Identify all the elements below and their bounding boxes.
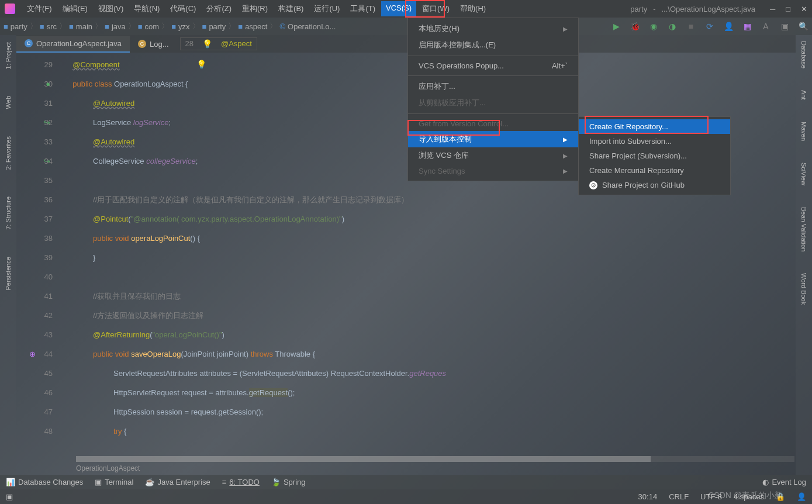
terminal-tab[interactable]: ▣ Terminal — [95, 478, 133, 486]
db-changes-tab[interactable]: 📊 Database Changes — [6, 478, 83, 486]
avatar-icon[interactable]: 👤 — [723, 21, 734, 32]
ant-tool[interactable]: Ant — [798, 87, 810, 103]
watermark: CSDN @毒瓜的小新 — [708, 491, 783, 501]
tool-windows-icon[interactable]: ▣ — [6, 492, 13, 501]
bottom-toolbar: 📊 Database Changes ▣ Terminal ☕ Java Ent… — [0, 475, 812, 489]
wordbook-tool[interactable]: Word Book — [798, 270, 810, 308]
aop-icon: ⊕ — [26, 344, 36, 354]
status-bar: ▣ 30:14 CRLF UTF-8 4 spaces 🔒 👤 — [0, 489, 812, 504]
gutter: 29 30● 31 32↪ 33 34↪ 353637383940414243 … — [16, 53, 57, 475]
menu-local-history[interactable]: 本地历史(H)▶ — [408, 20, 578, 37]
event-log[interactable]: ◐ Event Log — [762, 478, 806, 486]
menu-sync-settings: Sync Settings▶ — [408, 164, 578, 178]
import-svn[interactable]: Import into Subversion... — [579, 134, 730, 149]
window-title: party - ...\OperationLogAspect.java ─ □ … — [630, 5, 807, 13]
beanvalidation-tool[interactable]: Bean Validation — [798, 203, 810, 255]
editor: COperationLogAspect.java CLog... 28 💡 @A… — [16, 35, 796, 475]
share-github[interactable]: ⊙Share Project on GitHub — [579, 178, 730, 192]
debug-icon[interactable]: 🐞 — [630, 21, 640, 32]
code-hint: 28 💡 @Aspect — [180, 37, 257, 50]
ide-icon[interactable]: ▦ — [742, 21, 752, 32]
menu-navigate[interactable]: 导航(N) — [129, 1, 164, 16]
create-hg[interactable]: Create Mercurial Repository — [579, 163, 730, 178]
import-submenu: Create Git Repository... Import into Sub… — [578, 116, 731, 195]
menu-run[interactable]: 运行(U) — [309, 1, 344, 16]
run-icon[interactable]: ▶ — [611, 21, 621, 32]
menu-file[interactable]: 文件(F) — [22, 1, 57, 16]
menu-apply-patch[interactable]: 应用补丁... — [408, 78, 578, 95]
run-anything-icon[interactable]: ▣ — [779, 21, 790, 32]
favorites-tool[interactable]: 2: Favorites — [2, 132, 14, 174]
share-svn[interactable]: Share Project (Subversion)... — [579, 149, 730, 163]
project-tool[interactable]: 1: Project — [2, 37, 14, 74]
tab-operationlogaspect[interactable]: COperationLogAspect.java — [16, 36, 130, 53]
menu-edit[interactable]: 编辑(E) — [58, 1, 92, 16]
menu-vcs-popup[interactable]: VCS Operations Popup...Alt+` — [408, 58, 578, 73]
menu-build[interactable]: 构建(B) — [274, 1, 308, 16]
close-icon[interactable]: ✕ — [801, 5, 807, 13]
class-icon: ● — [41, 74, 50, 84]
bean-icon: ↪ — [41, 113, 50, 122]
search-icon[interactable]: 🔍 — [798, 21, 808, 32]
tab-log[interactable]: CLog... — [130, 36, 177, 52]
sciview-tool[interactable]: SciView — [798, 159, 810, 189]
github-icon: ⊙ — [589, 181, 597, 189]
vcs-dropdown: 本地历史(H)▶ 启用版本控制集成...(E) VCS Operations P… — [407, 18, 579, 181]
menu-window[interactable]: 窗口(W) — [417, 1, 454, 16]
menu-help[interactable]: 帮助(H) — [455, 1, 490, 16]
menu-apply-patch-clipboard: 从剪贴板应用补丁... — [408, 95, 578, 111]
menubar: 文件(F) 编辑(E) 视图(V) 导航(N) 代码(C) 分析(Z) 重构(R… — [22, 1, 490, 16]
menu-enable-vcs[interactable]: 启用版本控制集成...(E) — [408, 37, 578, 53]
web-tool[interactable]: Web — [2, 91, 14, 113]
menu-refactor[interactable]: 重构(R) — [237, 1, 272, 16]
editor-tabs: COperationLogAspect.java CLog... 28 💡 @A… — [16, 35, 796, 53]
update-icon[interactable]: ⟳ — [704, 21, 715, 32]
coverage-icon[interactable]: ◉ — [648, 21, 659, 32]
font-icon[interactable]: A — [761, 21, 771, 32]
app-logo-icon — [5, 4, 15, 14]
menu-analyze[interactable]: 分析(Z) — [202, 1, 236, 16]
create-git-repo[interactable]: Create Git Repository... — [579, 119, 730, 134]
persistence-tool[interactable]: Persistence — [2, 252, 14, 295]
menu-import-vc[interactable]: 导入到版本控制▶ — [408, 131, 578, 147]
database-tool[interactable]: Database — [798, 37, 810, 72]
menu-code[interactable]: 代码(C) — [165, 1, 201, 16]
menu-tools[interactable]: 工具(T) — [345, 1, 380, 16]
spring-tab[interactable]: 🍃 Spring — [271, 478, 306, 486]
maximize-icon[interactable]: □ — [786, 5, 790, 13]
maven-tool[interactable]: Maven — [798, 118, 810, 144]
editor-breadcrumb[interactable]: OperationLogAspect — [18, 463, 794, 476]
bean-icon: ↪ — [41, 151, 50, 161]
profile-icon[interactable]: ◑ — [667, 21, 678, 32]
todo-tab[interactable]: ≡ 6: TODO — [222, 478, 260, 486]
stop-icon[interactable]: ■ — [686, 21, 696, 32]
java-ee-tab[interactable]: ☕ Java Enterprise — [145, 478, 210, 486]
breadcrumb[interactable]: ■party〉 ■src〉 ■main〉 ■java〉 ■com〉 ■yzx〉 … — [4, 21, 336, 32]
right-toolbar: Database Ant Maven SciView Bean Validati… — [796, 35, 812, 475]
structure-tool[interactable]: 7: Structure — [2, 192, 14, 234]
cursor-position[interactable]: 30:14 — [638, 492, 658, 501]
line-separator[interactable]: CRLF — [669, 492, 689, 501]
titlebar: 文件(F) 编辑(E) 视图(V) 导航(N) 代码(C) 分析(Z) 重构(R… — [0, 0, 812, 18]
bulb-icon: 💡 — [202, 39, 212, 49]
navigation-bar: ■party〉 ■src〉 ■main〉 ■java〉 ■com〉 ■yzx〉 … — [0, 18, 812, 35]
menu-vcs[interactable]: VCS(S) — [381, 1, 416, 16]
menu-browse-vcs[interactable]: 浏览 VCS 仓库▶ — [408, 147, 578, 164]
inspection-icon[interactable]: 👤 — [797, 492, 806, 501]
toolbar: ▶ 🐞 ◉ ◑ ■ ⟳ 👤 ▦ A ▣ 🔍 — [611, 21, 808, 32]
horizontal-scrollbar[interactable] — [76, 456, 794, 462]
left-toolbar: 1: Project Web 2: Favorites 7: Structure… — [0, 35, 16, 475]
menu-get-from-vc: Get from Version Control... — [408, 116, 578, 131]
menu-view[interactable]: 视图(V) — [94, 1, 128, 16]
minimize-icon[interactable]: ─ — [770, 5, 775, 13]
